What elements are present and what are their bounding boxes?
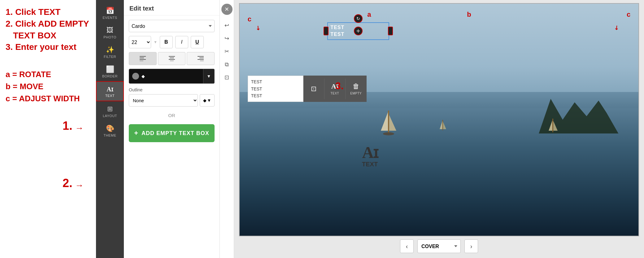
context-trash-button[interactable]: 🗑 EMPTY: [346, 79, 367, 99]
theme-label: THEME: [104, 133, 116, 137]
next-page-button[interactable]: ›: [464, 239, 478, 253]
canvas-area: c a b c ↘ ↙ ↻ ✛ TEST TEST TEST TE: [234, 0, 644, 258]
events-label: EVENTS: [102, 16, 117, 20]
outline-select[interactable]: None: [129, 94, 198, 107]
svg-rect-6: [169, 59, 175, 60]
outline-color-icon: ◆: [203, 98, 207, 103]
trash-icon: 🗑: [353, 82, 359, 90]
sailboat-far: [439, 119, 447, 133]
text-box-selected[interactable]: ↻ ✛ TEST TEST: [327, 22, 389, 40]
italic-button[interactable]: I: [175, 36, 188, 48]
align-row: [129, 52, 215, 65]
svg-marker-19: [440, 120, 443, 129]
svg-rect-5: [170, 58, 174, 58]
border-label: BORDER: [102, 74, 118, 78]
page-type-select[interactable]: COVER: [417, 239, 461, 253]
scissors-icon: ✂: [224, 48, 229, 55]
text-nav-icon: Aɪ: [107, 86, 113, 92]
svg-rect-7: [170, 61, 174, 61]
filter-icon: ✨: [106, 46, 114, 53]
context-text-line3: TEST: [251, 92, 300, 99]
svg-rect-0: [140, 56, 146, 57]
sidebar-item-text[interactable]: Aɪ TEXT: [96, 81, 124, 101]
resize-icon: ⊡: [311, 85, 316, 93]
size-dropdown-arrow: ▼: [154, 40, 157, 44]
step3-canvas-arrow: 3.: [335, 80, 344, 92]
paste-button[interactable]: ⊡: [221, 72, 233, 83]
arrow-to-add-icon: →: [75, 181, 84, 190]
trash-label: EMPTY: [350, 92, 362, 95]
canvas-label-c-left: c: [248, 15, 251, 23]
move-handle[interactable]: ✛: [354, 27, 363, 35]
color-button[interactable]: ◆: [129, 69, 203, 84]
border-icon: ⬜: [106, 66, 114, 73]
font-size-select[interactable]: 22: [129, 36, 151, 48]
color-dropdown-button[interactable]: ▼: [203, 69, 215, 84]
scissors-button[interactable]: ✂: [221, 46, 233, 57]
sidebar-item-filter[interactable]: ✨ FILTER: [96, 42, 124, 62]
copy-button[interactable]: ⧉: [221, 59, 233, 70]
svg-rect-18: [552, 119, 553, 132]
bold-button[interactable]: B: [160, 36, 173, 48]
sidebar-item-events[interactable]: 📅 EVENTS: [96, 3, 124, 23]
width-handle-left[interactable]: [324, 27, 329, 35]
sidebar-item-theme[interactable]: 🎨 THEME: [96, 121, 124, 140]
svg-rect-10: [198, 59, 204, 60]
font-select-row: Cardo: [129, 20, 215, 32]
ai-text-floating-label: Aɪ TEXT: [362, 145, 378, 168]
outline-dropdown-arrow: ▼: [207, 98, 211, 103]
add-textbox-label: ADD EMPTY TEXT BOX: [141, 130, 209, 137]
prev-page-button[interactable]: ‹: [400, 239, 414, 253]
align-left-button[interactable]: [129, 52, 157, 65]
events-icon: 📅: [106, 7, 114, 14]
photo-icon: 🖼: [107, 27, 113, 34]
context-text-line1: TEST: [251, 78, 300, 85]
svg-rect-3: [140, 61, 143, 61]
svg-point-15: [383, 132, 394, 135]
svg-rect-8: [198, 56, 204, 57]
edit-panel: Edit text Cardo 22 ▼ B I U: [124, 0, 220, 258]
step3-label: 3. Enter your text: [6, 41, 90, 53]
sidebar-item-border[interactable]: ⬜ BORDER: [96, 62, 124, 81]
ai-text-big-icon: Aɪ: [362, 145, 377, 161]
legend-c: c = ADJUST WIDTH: [6, 93, 90, 105]
align-right-button[interactable]: [187, 52, 215, 65]
tool-strip: ✕ ↩ ↪ ✂ ⧉ ⊡: [220, 0, 234, 258]
align-center-button[interactable]: [158, 52, 186, 65]
undo-button[interactable]: ↩: [221, 20, 233, 31]
add-empty-textbox-button[interactable]: + ADD EMPTY TEXT BOX: [129, 124, 215, 142]
step2b-label: TEXT BOX: [6, 30, 90, 42]
underline-button[interactable]: U: [191, 36, 204, 48]
svg-rect-2: [140, 59, 146, 60]
sidebar-item-layout[interactable]: ⊞ LAYOUT: [96, 101, 124, 121]
text-label: TEXT: [105, 94, 115, 98]
context-resize-button[interactable]: ⊡: [303, 79, 324, 99]
font-select[interactable]: Cardo: [129, 20, 215, 32]
layout-icon: ⊞: [107, 106, 113, 112]
step2-label: 2. Click ADD EMPTY: [6, 18, 90, 30]
canvas-label-a: a: [367, 11, 371, 19]
width-handle-right[interactable]: [388, 27, 393, 35]
filter-label: FILTER: [104, 55, 116, 59]
context-text-area: TEST TEST TEST: [248, 76, 303, 102]
context-buttons: ⊡ Aɪ TEXT 🗑 EMPTY: [303, 76, 367, 102]
svg-marker-13: [389, 114, 396, 131]
close-button[interactable]: ✕: [221, 4, 233, 15]
redo-icon: ↪: [224, 35, 229, 42]
rotate-handle[interactable]: ↻: [354, 14, 363, 23]
svg-rect-1: [140, 58, 144, 58]
ai-text-word: TEXT: [362, 161, 378, 168]
sailboat-main: [379, 109, 398, 138]
outline-section: Outline None ◆ ▼: [129, 87, 215, 107]
text-box-container[interactable]: ↻ ✛ TEST TEST: [327, 22, 389, 40]
outline-color-button[interactable]: ◆ ▼: [200, 94, 215, 107]
font-size-row: 22 ▼ B I U: [129, 36, 215, 48]
sidebar-item-photo[interactable]: 🖼 PHOTO: [96, 23, 124, 42]
canvas-frame: c a b c ↘ ↙ ↻ ✛ TEST TEST TEST TE: [239, 3, 639, 236]
redo-button[interactable]: ↪: [221, 33, 233, 44]
paste-icon: ⊡: [224, 74, 229, 81]
outline-row: None ◆ ▼: [129, 94, 215, 107]
edit-panel-title: Edit text: [124, 0, 220, 15]
svg-rect-9: [199, 58, 204, 58]
svg-marker-20: [443, 121, 446, 129]
